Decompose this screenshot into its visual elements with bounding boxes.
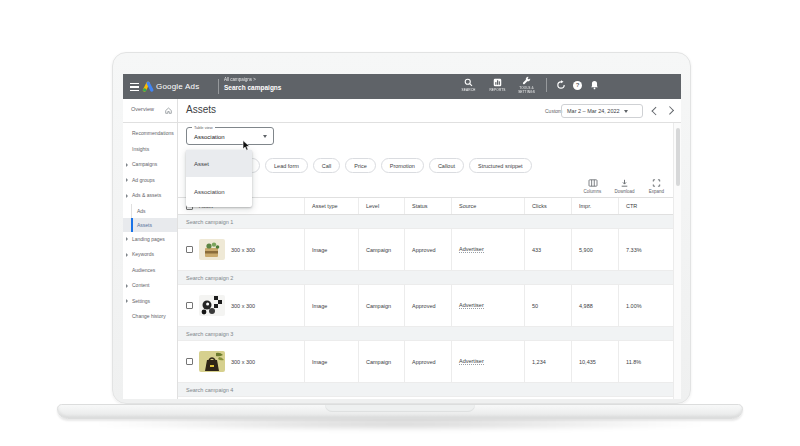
group-row-campaign-1: Search campaign 1 bbox=[178, 215, 673, 229]
sidebar-item-settings[interactable]: Settings bbox=[123, 294, 177, 310]
table-row: 300 x 300 Image Campaign Approved Advert… bbox=[178, 285, 673, 327]
sidebar-item-keywords[interactable]: Keywords bbox=[123, 247, 177, 263]
download-icon bbox=[620, 179, 629, 187]
chip-call[interactable]: Call bbox=[313, 158, 340, 173]
next-period-button[interactable] bbox=[667, 108, 673, 114]
asset-cell: 300 x 300 bbox=[178, 341, 304, 382]
sidebar-item-landing-pages[interactable]: Landing pages bbox=[123, 232, 177, 248]
refresh-button[interactable] bbox=[554, 79, 567, 92]
columns-icon bbox=[588, 179, 598, 187]
sidebar-item-overview[interactable]: Overview bbox=[123, 99, 178, 123]
column-header-asset-type[interactable]: Asset type bbox=[304, 198, 358, 214]
date-range-picker[interactable]: Mar 2 – Mar 24, 2022 bbox=[561, 104, 643, 118]
level-cell: Campaign bbox=[358, 285, 404, 326]
google-ads-logo-icon bbox=[142, 81, 154, 92]
sidebar-item-content[interactable]: Content bbox=[123, 278, 177, 294]
group-row-campaign-3: Search campaign 3 bbox=[178, 327, 673, 341]
expand-button[interactable]: Expand bbox=[643, 179, 670, 194]
notifications-button[interactable] bbox=[588, 79, 601, 92]
table-view-value: Association bbox=[194, 134, 225, 140]
chip-lead-form[interactable]: Lead form bbox=[265, 158, 308, 173]
chip-structured-snippet[interactable]: Structured snippet bbox=[469, 158, 532, 173]
sidebar-item-ads[interactable]: Ads bbox=[123, 204, 177, 218]
menu-option-asset[interactable]: Asset bbox=[186, 150, 252, 177]
chevron-down-icon bbox=[263, 135, 267, 138]
home-icon bbox=[165, 107, 172, 114]
expand-chevron-icon bbox=[126, 194, 128, 198]
laptop-base bbox=[57, 404, 743, 419]
source-cell: Advertiser bbox=[451, 229, 524, 270]
source-cell: Advertiser bbox=[451, 285, 524, 326]
columns-button[interactable]: Columns bbox=[579, 179, 606, 194]
impr-cell: 4,988 bbox=[571, 285, 618, 326]
breadcrumb: All campaigns > Search campaigns bbox=[224, 77, 281, 91]
asset-size: 300 x 300 bbox=[231, 247, 255, 253]
column-header-clicks[interactable]: Clicks bbox=[524, 198, 571, 214]
expand-chevron-icon bbox=[126, 299, 128, 303]
status-cell: Approved bbox=[404, 341, 451, 382]
column-header-source[interactable]: Source bbox=[451, 198, 524, 214]
expand-chevron-icon bbox=[126, 253, 128, 257]
appbar-actions-divider bbox=[546, 78, 547, 92]
date-range-type-label: Custom bbox=[545, 108, 562, 114]
asset-type-cell: Image bbox=[304, 229, 358, 270]
tools-settings-button[interactable]: TOOLS & SETTINGS bbox=[514, 76, 539, 94]
download-button[interactable]: Download bbox=[611, 179, 638, 194]
chip-price[interactable]: Price bbox=[345, 158, 376, 173]
date-range-value: Mar 2 – Mar 24, 2022 bbox=[567, 108, 620, 114]
search-icon bbox=[464, 78, 473, 87]
reports-button[interactable]: REPORTS bbox=[485, 78, 510, 92]
laptop-mockup: Google Ads All campaigns > Search campai… bbox=[0, 0, 800, 446]
column-header-status[interactable]: Status bbox=[404, 198, 451, 214]
impr-cell: 10,435 bbox=[571, 341, 618, 382]
asset-thumbnail[interactable] bbox=[199, 295, 225, 316]
row-checkbox[interactable] bbox=[186, 358, 193, 365]
breadcrumb-parent[interactable]: All campaigns > bbox=[224, 77, 281, 82]
campaign-title: Search campaigns bbox=[224, 84, 281, 91]
filter-bar: Add filter Columns bbox=[178, 179, 673, 197]
group-row-campaign-4: Search campaign 4 bbox=[178, 383, 673, 397]
table-actions: Columns Download bbox=[579, 179, 670, 194]
sidebar-item-change-history[interactable]: Change history bbox=[123, 309, 177, 325]
main-content: Table view Association Image Sitelink Le… bbox=[178, 123, 673, 399]
sidebar-item-insights[interactable]: Insights bbox=[123, 142, 177, 158]
help-icon: ? bbox=[573, 81, 582, 90]
level-cell: Campaign bbox=[358, 341, 404, 382]
chevron-down-icon bbox=[624, 110, 628, 113]
source-cell: Advertiser bbox=[451, 341, 524, 382]
previous-period-button[interactable] bbox=[651, 108, 657, 114]
search-button[interactable]: SEARCH bbox=[456, 78, 481, 92]
table-header: Asset Asset type Level Status Source Cli… bbox=[178, 197, 673, 215]
help-button[interactable]: ? bbox=[571, 79, 584, 92]
column-header-impr[interactable]: Impr. bbox=[571, 198, 618, 214]
asset-thumbnail[interactable] bbox=[199, 351, 225, 372]
asset-cell: 300 x 300 bbox=[178, 285, 304, 326]
google-ads-app: Google Ads All campaigns > Search campai… bbox=[123, 74, 681, 399]
column-header-level[interactable]: Level bbox=[358, 198, 404, 214]
sidebar-item-recommendations[interactable]: Recommendations bbox=[123, 126, 177, 142]
asset-thumbnail[interactable] bbox=[199, 239, 225, 260]
group-row-campaign-2: Search campaign 2 bbox=[178, 271, 673, 285]
menu-icon[interactable] bbox=[130, 83, 139, 93]
menu-option-association[interactable]: Association bbox=[186, 177, 252, 207]
clicks-cell: 1,234 bbox=[524, 341, 571, 382]
sidebar-item-audiences[interactable]: Audiences bbox=[123, 263, 177, 279]
scrollbar-thumb[interactable] bbox=[676, 128, 680, 186]
chip-promotion[interactable]: Promotion bbox=[381, 158, 424, 173]
row-checkbox[interactable] bbox=[186, 302, 193, 309]
expand-chevron-icon bbox=[126, 178, 128, 182]
chip-callout[interactable]: Callout bbox=[429, 158, 464, 173]
expand-chevron-icon bbox=[126, 237, 128, 241]
asset-cell: 300 x 300 bbox=[178, 229, 304, 270]
column-header-ctr[interactable]: CTR bbox=[618, 198, 673, 214]
bell-icon bbox=[590, 80, 599, 90]
vertical-scrollbar bbox=[673, 123, 681, 399]
sidebar-item-ads-assets[interactable]: Ads & assets bbox=[123, 188, 177, 204]
mouse-cursor bbox=[242, 140, 251, 151]
row-checkbox[interactable] bbox=[186, 246, 193, 253]
table-view-select[interactable]: Table view Association bbox=[186, 127, 274, 145]
sidebar-item-ad-groups[interactable]: Ad groups bbox=[123, 173, 177, 189]
table-view-menu: Asset Association bbox=[186, 150, 252, 207]
sidebar-item-campaigns[interactable]: Campaigns bbox=[123, 157, 177, 173]
sidebar-item-assets[interactable]: Assets bbox=[123, 218, 177, 232]
